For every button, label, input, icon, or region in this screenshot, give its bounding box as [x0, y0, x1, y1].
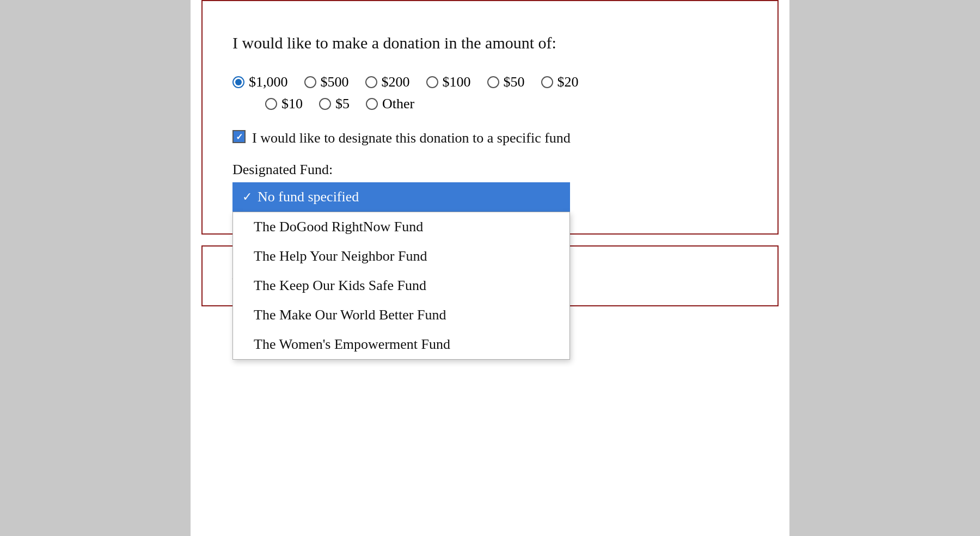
radio-20[interactable]: $20 [541, 74, 579, 90]
radio-circle-200[interactable] [365, 76, 377, 88]
radio-circle-100[interactable] [426, 76, 438, 88]
fund-option-kids[interactable]: The Keep Our Kids Safe Fund [233, 271, 569, 300]
radio-other[interactable]: Other [366, 96, 414, 112]
designate-checkbox[interactable] [232, 130, 246, 143]
radio-label-50: $50 [504, 74, 525, 90]
radio-label-other: Other [382, 96, 414, 112]
radio-label-5: $5 [335, 96, 350, 112]
radio-label-200: $200 [382, 74, 410, 90]
radio-circle-1000[interactable] [232, 76, 244, 88]
donation-section: I would like to make a donation in the a… [201, 0, 779, 235]
radio-5[interactable]: $5 [319, 96, 350, 112]
page-wrapper: I would like to make a donation in the a… [191, 0, 789, 536]
radio-10[interactable]: $10 [265, 96, 303, 112]
radio-label-100: $100 [443, 74, 471, 90]
radio-50[interactable]: $50 [487, 74, 525, 90]
radio-circle-10[interactable] [265, 98, 277, 110]
radio-label-500: $500 [321, 74, 349, 90]
designated-fund-label: Designated Fund: [232, 162, 748, 178]
radio-100[interactable]: $100 [426, 74, 471, 90]
donation-title: I would like to make a donation in the a… [232, 34, 748, 52]
dropdown-checkmark-icon: ✓ [242, 190, 252, 204]
fund-option-world[interactable]: The Make Our World Better Fund [233, 300, 569, 330]
fund-dropdown-value: No fund specified [258, 189, 359, 205]
radio-500[interactable]: $500 [304, 74, 349, 90]
radio-200[interactable]: $200 [365, 74, 410, 90]
radio-circle-5[interactable] [319, 98, 331, 110]
radio-circle-20[interactable] [541, 76, 553, 88]
radio-label-10: $10 [281, 96, 303, 112]
fund-dropdown-container[interactable]: ✓ No fund specified The DoGood RightNow … [232, 182, 570, 212]
radio-label-1000: $1,000 [249, 74, 288, 90]
radio-1000[interactable]: $1,000 [232, 74, 288, 90]
fund-dropdown-list[interactable]: The DoGood RightNow Fund The Help Your N… [232, 212, 570, 360]
fund-option-women[interactable]: The Women's Empowerment Fund [233, 330, 569, 359]
radio-circle-50[interactable] [487, 76, 499, 88]
radio-label-20: $20 [558, 74, 579, 90]
radio-circle-500[interactable] [304, 76, 316, 88]
fund-dropdown-selected[interactable]: ✓ No fund specified [232, 182, 570, 212]
radio-circle-other[interactable] [366, 98, 378, 110]
designate-checkbox-label: I would like to designate this donation … [252, 128, 571, 148]
fund-option-neighbor[interactable]: The Help Your Neighbor Fund [233, 242, 569, 271]
amount-row-2: $10 $5 Other [232, 96, 748, 112]
amount-row-1: $1,000 $500 $200 $100 $50 $20 [232, 74, 748, 90]
designate-checkbox-row[interactable]: I would like to designate this donation … [232, 128, 748, 148]
fund-option-dogood[interactable]: The DoGood RightNow Fund [233, 212, 569, 242]
